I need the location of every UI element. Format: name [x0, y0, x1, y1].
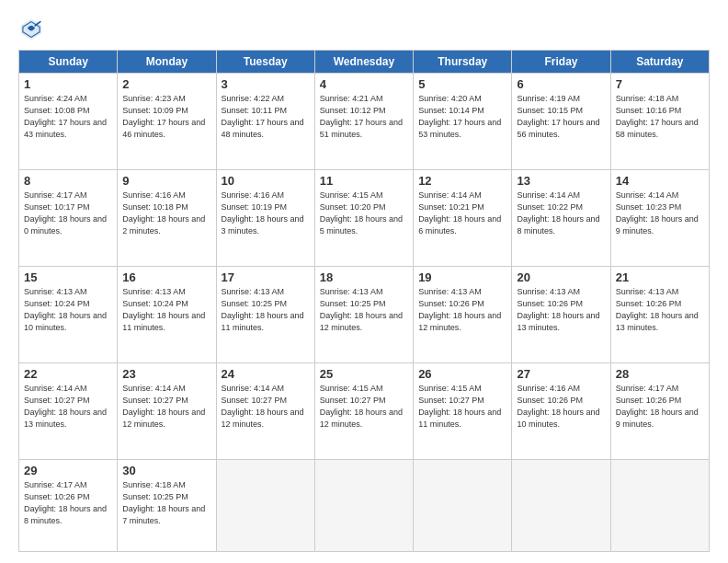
col-header-monday: Monday: [118, 51, 216, 74]
day-info: Sunrise: 4:13 AMSunset: 10:25 PMDaylight…: [320, 287, 403, 332]
day-number: 4: [320, 77, 408, 91]
day-cell: 27 Sunrise: 4:16 AMSunset: 10:26 PMDayli…: [512, 362, 610, 459]
day-cell: 6 Sunrise: 4:19 AMSunset: 10:15 PMDaylig…: [512, 74, 610, 170]
header-row: SundayMondayTuesdayWednesdayThursdayFrid…: [19, 51, 710, 74]
day-cell: 20 Sunrise: 4:13 AMSunset: 10:26 PMDayli…: [512, 266, 610, 362]
day-number: 27: [517, 367, 605, 381]
day-number: 7: [616, 77, 704, 91]
day-info: Sunrise: 4:19 AMSunset: 10:15 PMDaylight…: [517, 94, 599, 139]
day-info: Sunrise: 4:17 AMSunset: 10:26 PMDaylight…: [616, 384, 699, 429]
day-info: Sunrise: 4:13 AMSunset: 10:24 PMDaylight…: [122, 287, 205, 332]
week-row-4: 22 Sunrise: 4:14 AMSunset: 10:27 PMDayli…: [19, 362, 710, 459]
day-cell: 14 Sunrise: 4:14 AMSunset: 10:23 PMDayli…: [610, 169, 709, 266]
day-info: Sunrise: 4:16 AMSunset: 10:19 PMDaylight…: [222, 190, 304, 236]
header: [18, 17, 710, 42]
day-number: 5: [418, 77, 506, 91]
week-row-1: 1 Sunrise: 4:24 AMSunset: 10:08 PMDaylig…: [19, 74, 710, 170]
day-cell: [512, 459, 610, 551]
day-number: 3: [222, 77, 310, 91]
day-info: Sunrise: 4:15 AMSunset: 10:20 PMDaylight…: [320, 190, 403, 236]
col-header-wednesday: Wednesday: [314, 51, 413, 74]
week-row-3: 15 Sunrise: 4:13 AMSunset: 10:24 PMDayli…: [19, 266, 710, 362]
day-cell: 10 Sunrise: 4:16 AMSunset: 10:19 PMDayli…: [216, 169, 314, 266]
day-number: 2: [122, 77, 210, 91]
day-cell: 2 Sunrise: 4:23 AMSunset: 10:09 PMDaylig…: [118, 74, 216, 170]
day-cell: 24 Sunrise: 4:14 AMSunset: 10:27 PMDayli…: [216, 362, 314, 459]
day-number: 15: [24, 270, 112, 284]
page: SundayMondayTuesdayWednesdayThursdayFrid…: [0, 0, 728, 563]
day-number: 13: [517, 174, 605, 188]
day-info: Sunrise: 4:17 AMSunset: 10:17 PMDaylight…: [24, 190, 107, 236]
day-info: Sunrise: 4:16 AMSunset: 10:26 PMDaylight…: [517, 384, 599, 429]
day-number: 28: [616, 367, 704, 381]
day-info: Sunrise: 4:13 AMSunset: 10:26 PMDaylight…: [418, 287, 501, 332]
day-cell: 26 Sunrise: 4:15 AMSunset: 10:27 PMDayli…: [414, 362, 512, 459]
logo-icon: [18, 17, 44, 42]
day-cell: 19 Sunrise: 4:13 AMSunset: 10:26 PMDayli…: [414, 266, 512, 362]
col-header-saturday: Saturday: [610, 51, 709, 74]
day-cell: 7 Sunrise: 4:18 AMSunset: 10:16 PMDaylig…: [610, 74, 709, 170]
day-cell: 21 Sunrise: 4:13 AMSunset: 10:26 PMDayli…: [610, 266, 709, 362]
day-number: 18: [320, 270, 408, 284]
day-cell: 25 Sunrise: 4:15 AMSunset: 10:27 PMDayli…: [314, 362, 413, 459]
day-cell: [216, 459, 314, 551]
col-header-thursday: Thursday: [414, 51, 512, 74]
day-number: 22: [24, 367, 112, 381]
day-number: 1: [24, 77, 112, 91]
day-info: Sunrise: 4:13 AMSunset: 10:25 PMDaylight…: [222, 287, 304, 332]
day-info: Sunrise: 4:14 AMSunset: 10:22 PMDaylight…: [517, 190, 599, 236]
day-cell: 11 Sunrise: 4:15 AMSunset: 10:20 PMDayli…: [314, 169, 413, 266]
day-number: 14: [616, 174, 704, 188]
day-number: 17: [222, 270, 310, 284]
day-info: Sunrise: 4:13 AMSunset: 10:26 PMDaylight…: [517, 287, 599, 332]
day-number: 6: [517, 77, 605, 91]
day-info: Sunrise: 4:17 AMSunset: 10:26 PMDaylight…: [24, 480, 107, 525]
day-cell: 9 Sunrise: 4:16 AMSunset: 10:18 PMDaylig…: [118, 169, 216, 266]
day-info: Sunrise: 4:14 AMSunset: 10:21 PMDaylight…: [418, 190, 501, 236]
day-number: 23: [122, 367, 210, 381]
day-cell: 15 Sunrise: 4:13 AMSunset: 10:24 PMDayli…: [19, 266, 118, 362]
week-row-2: 8 Sunrise: 4:17 AMSunset: 10:17 PMDaylig…: [19, 169, 710, 266]
day-cell: [610, 459, 709, 551]
day-info: Sunrise: 4:15 AMSunset: 10:27 PMDaylight…: [418, 384, 501, 429]
day-number: 24: [222, 367, 310, 381]
day-info: Sunrise: 4:18 AMSunset: 10:16 PMDaylight…: [616, 94, 699, 139]
day-info: Sunrise: 4:16 AMSunset: 10:18 PMDaylight…: [122, 190, 205, 236]
day-number: 25: [320, 367, 408, 381]
day-number: 12: [418, 174, 506, 188]
day-number: 9: [122, 174, 210, 188]
day-number: 11: [320, 174, 408, 188]
day-cell: 5 Sunrise: 4:20 AMSunset: 10:14 PMDaylig…: [414, 74, 512, 170]
day-info: Sunrise: 4:13 AMSunset: 10:24 PMDaylight…: [24, 287, 107, 332]
day-cell: 23 Sunrise: 4:14 AMSunset: 10:27 PMDayli…: [118, 362, 216, 459]
col-header-friday: Friday: [512, 51, 610, 74]
week-row-5: 29 Sunrise: 4:17 AMSunset: 10:26 PMDayli…: [19, 459, 710, 551]
day-info: Sunrise: 4:21 AMSunset: 10:12 PMDaylight…: [320, 94, 403, 139]
logo: [18, 17, 50, 42]
day-info: Sunrise: 4:13 AMSunset: 10:26 PMDaylight…: [616, 287, 699, 332]
day-cell: 4 Sunrise: 4:21 AMSunset: 10:12 PMDaylig…: [314, 74, 413, 170]
day-cell: [414, 459, 512, 551]
day-number: 19: [418, 270, 506, 284]
day-cell: 30 Sunrise: 4:18 AMSunset: 10:25 PMDayli…: [118, 459, 216, 551]
day-number: 8: [24, 174, 112, 188]
day-cell: 8 Sunrise: 4:17 AMSunset: 10:17 PMDaylig…: [19, 169, 118, 266]
day-cell: 16 Sunrise: 4:13 AMSunset: 10:24 PMDayli…: [118, 266, 216, 362]
col-header-tuesday: Tuesday: [216, 51, 314, 74]
day-info: Sunrise: 4:14 AMSunset: 10:23 PMDaylight…: [616, 190, 699, 236]
day-cell: 28 Sunrise: 4:17 AMSunset: 10:26 PMDayli…: [610, 362, 709, 459]
day-cell: [314, 459, 413, 551]
day-info: Sunrise: 4:14 AMSunset: 10:27 PMDaylight…: [24, 384, 107, 429]
day-cell: 1 Sunrise: 4:24 AMSunset: 10:08 PMDaylig…: [19, 74, 118, 170]
day-cell: 12 Sunrise: 4:14 AMSunset: 10:21 PMDayli…: [414, 169, 512, 266]
day-cell: 22 Sunrise: 4:14 AMSunset: 10:27 PMDayli…: [19, 362, 118, 459]
day-cell: 3 Sunrise: 4:22 AMSunset: 10:11 PMDaylig…: [216, 74, 314, 170]
day-number: 29: [24, 464, 112, 477]
calendar-table: SundayMondayTuesdayWednesdayThursdayFrid…: [18, 50, 710, 552]
col-header-sunday: Sunday: [19, 51, 118, 74]
day-number: 16: [122, 270, 210, 284]
day-cell: 13 Sunrise: 4:14 AMSunset: 10:22 PMDayli…: [512, 169, 610, 266]
day-info: Sunrise: 4:22 AMSunset: 10:11 PMDaylight…: [222, 94, 304, 139]
day-cell: 29 Sunrise: 4:17 AMSunset: 10:26 PMDayli…: [19, 459, 118, 551]
day-number: 21: [616, 270, 704, 284]
